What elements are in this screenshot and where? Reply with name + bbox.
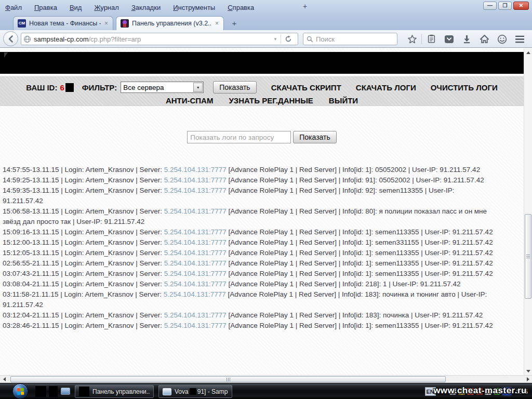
server-ip-link[interactable]: 5.254.104.131:7777: [164, 176, 227, 184]
bookmark-star-icon[interactable]: [403, 32, 421, 46]
log-text: 15:12:00-13.11.15 | Login: Artem_Krasnov…: [3, 238, 164, 246]
log-entry: 15:12:00-13.11.15 | Login: Artem_Krasnov…: [3, 237, 524, 248]
log-text: 03:08:04-21.11.15 | Login: Artem_Krasnov…: [3, 280, 164, 288]
new-tab-button[interactable]: +: [228, 18, 241, 29]
window-controls: — ❐ ✕: [483, 2, 529, 10]
vertical-scrollbar-thumb[interactable]: [525, 214, 531, 299]
forum-favicon-icon: CM: [18, 19, 26, 28]
menu-view[interactable]: Вид: [70, 4, 82, 11]
scroll-down-arrow[interactable]: [524, 367, 532, 375]
server-ip-link[interactable]: 5.254.104.131:7777: [164, 290, 226, 298]
download-logs-link[interactable]: СКАЧАТЬ ЛОГИ: [356, 83, 416, 92]
menu-edit[interactable]: Правка: [34, 4, 57, 11]
server-ip-link[interactable]: 5.254.104.131:7777: [164, 166, 227, 174]
server-ip-link[interactable]: 5.254.104.131:7777: [164, 259, 227, 267]
server-ip-link[interactable]: 5.254.104.131:7777: [164, 322, 227, 329]
log-query-input[interactable]: [187, 131, 291, 143]
your-id-value: 6: [60, 83, 64, 92]
clear-logs-link[interactable]: ОЧИСТИТЬ ЛОГИ: [431, 83, 498, 92]
browser-menubar: Файл Правка Вид Журнал Закладки Инструме…: [0, 0, 532, 15]
tab-close-icon[interactable]: ×: [215, 20, 219, 27]
server-ip-link[interactable]: 5.254.104.131:7777: [164, 249, 227, 257]
panel-nav-row1: ВАШ ID: 6 ФИЛЬТР: Все сервера ▼ Показать…: [0, 81, 524, 94]
scroll-left-arrow[interactable]: [0, 375, 8, 383]
select-dropdown-icon[interactable]: ▼: [193, 83, 203, 92]
log-text: 03:12:04-21.11.15 | Login: Artem_Krasnov…: [3, 311, 164, 319]
server-ip-link[interactable]: 5.254.104.131:7777: [164, 280, 227, 288]
hamburger-menu-icon[interactable]: [511, 32, 528, 46]
url-bar[interactable]: sampsteal-cp.com/cp.php?filter=arp ▼: [21, 33, 298, 45]
log-text: [Advance RolePlay 1 | Red Server] | Info…: [227, 249, 493, 257]
menu-history[interactable]: Журнал: [94, 4, 118, 11]
reload-button[interactable]: [281, 35, 296, 43]
quicklaunch-censor-1: [35, 386, 46, 397]
anti-spam-link[interactable]: АНТИ-СПАМ: [166, 96, 214, 105]
menu-tools[interactable]: Инструменты: [173, 4, 215, 11]
log-text: [Advance RolePlay 1 | Red Server] | Info…: [227, 259, 493, 267]
url-dropdown-icon[interactable]: ▼: [270, 37, 281, 42]
search-icon: [307, 36, 313, 43]
log-text: 91.211.57.42: [3, 301, 43, 309]
back-button[interactable]: [3, 31, 18, 46]
home-icon[interactable]: [475, 32, 493, 46]
server-ip-link[interactable]: 5.254.104.131:7777: [164, 311, 227, 319]
log-text: [Advance RolePlay 1 | Red Server] | Info…: [227, 280, 461, 288]
log-text: 91.211.57.42: [3, 197, 43, 205]
log-text: [Advance RolePlay 1 | Red Server] | Info…: [227, 187, 455, 194]
log-text: [Advance RolePlay 1 | Red Server] | Info…: [227, 228, 493, 236]
minimize-button[interactable]: —: [483, 2, 497, 10]
menu-file[interactable]: Файл: [5, 4, 22, 11]
log-text: 03:07:43-21.11.15 | Login: Artem_Krasnov…: [3, 270, 164, 277]
server-ip-link[interactable]: 5.254.104.131:7777: [164, 187, 227, 194]
logout-link[interactable]: ВЫЙТИ: [329, 96, 358, 105]
tab-forum[interactable]: CM Новая тема - Финансы - ... ×: [13, 16, 113, 30]
log-entry: 15:06:58-13.11.15 | Login: Artem_Krasnov…: [3, 206, 524, 227]
menu-bookmarks[interactable]: Закладки: [131, 4, 161, 11]
tab-control-panel[interactable]: Панель управления (v3.2... ×: [116, 16, 224, 30]
taskbar-button-samp[interactable]: Vova91] - Samp-...: [158, 385, 232, 398]
show-desktop-icon[interactable]: [61, 388, 70, 395]
server-ip-link[interactable]: 5.254.104.131:7777: [164, 207, 227, 215]
browser-search-box[interactable]: [303, 33, 397, 45]
horizontal-scrollbar[interactable]: [0, 375, 532, 383]
log-text: 02:56:55-21.11.15 | Login: Artem_Krasnov…: [3, 259, 164, 267]
feedback-smiley-icon[interactable]: [493, 32, 511, 46]
log-query-show-button[interactable]: Показать: [293, 131, 337, 143]
menu-help[interactable]: Справка: [228, 4, 254, 11]
downloads-icon[interactable]: [458, 32, 475, 46]
url-host: sampsteal-cp.com: [34, 35, 88, 43]
titlebar-plus-icon: +: [303, 2, 307, 10]
download-script-link[interactable]: СКАЧАТЬ СКРИПТ: [271, 83, 341, 92]
panel-favicon-icon: [121, 19, 129, 28]
server-ip-link[interactable]: 5.254.104.131:7777: [164, 228, 227, 236]
tab-label: Панель управления (v3.2...: [132, 20, 211, 27]
url-path: /cp.php?filter=arp: [88, 35, 141, 43]
log-text: [Advance RolePlay 1 | Red Server] | Info…: [227, 166, 480, 174]
server-ip-link[interactable]: 5.254.104.131:7777: [164, 238, 227, 246]
close-button[interactable]: ✕: [513, 2, 529, 10]
server-filter-select[interactable]: Все сервера ▼: [121, 82, 204, 93]
page-content: ВАШ ID: 6 ФИЛЬТР: Все сервера ▼ Показать…: [0, 48, 524, 375]
log-entry: 15:09:16-13.11.15 | Login: Artem_Krasnov…: [3, 227, 524, 237]
log-entry: 03:07:43-21.11.15 | Login: Artem_Krasnov…: [3, 269, 524, 279]
filter-show-button[interactable]: Показать: [213, 81, 257, 94]
filter-selected-value: Все сервера: [121, 84, 193, 91]
reg-data-link[interactable]: УЗНАТЬ РЕГ.ДАННЫЕ: [229, 96, 313, 105]
bookmarks-panel-icon[interactable]: [422, 32, 440, 46]
scroll-right-arrow[interactable]: [524, 375, 532, 383]
panel-nav-row2: АНТИ-СПАМ УЗНАТЬ РЕГ.ДАННЫЕ ВЫЙТИ: [0, 96, 524, 105]
horizontal-scrollbar-thumb[interactable]: [10, 376, 446, 382]
vertical-scrollbar[interactable]: [524, 48, 532, 375]
restore-button[interactable]: ❐: [498, 2, 512, 10]
screen: Файл Правка Вид Журнал Закладки Инструме…: [0, 0, 532, 399]
log-text: [Advance RolePlay 1 | Red Server] | Info…: [227, 311, 483, 319]
server-ip-link[interactable]: 5.254.104.131:7777: [164, 270, 227, 277]
task-button-label: Панель управлени...: [92, 388, 150, 395]
tab-close-icon[interactable]: ×: [104, 20, 109, 27]
start-button[interactable]: [12, 383, 28, 399]
scroll-up-arrow[interactable]: [524, 48, 532, 57]
url-text: sampsteal-cp.com/cp.php?filter=arp: [34, 35, 270, 43]
browser-search-input[interactable]: [316, 35, 383, 43]
pocket-icon[interactable]: [440, 32, 458, 46]
taskbar-button-control-panel[interactable]: Панель управлени...: [75, 385, 154, 398]
